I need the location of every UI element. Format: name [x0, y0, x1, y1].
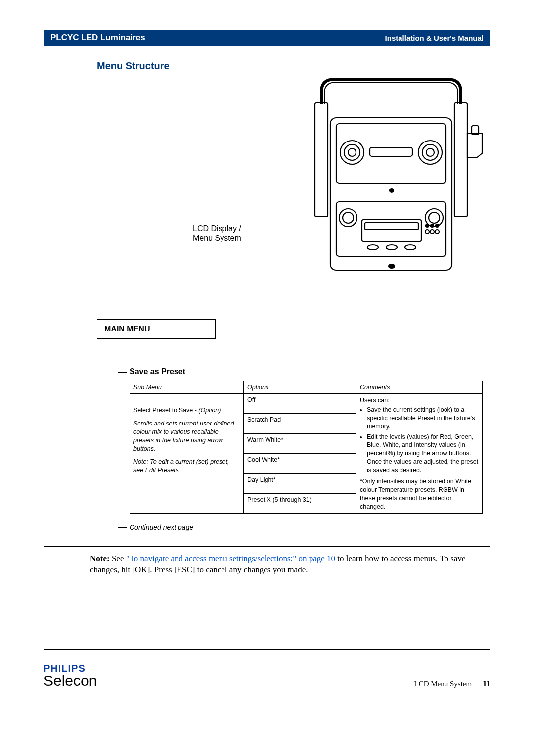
- comments-bullet: Edit the levels (values) for Red, Green,…: [367, 433, 479, 474]
- option-cell: Scratch Pad: [244, 414, 356, 433]
- svg-point-22: [425, 230, 429, 234]
- footer-right: LCD Menu System 11: [414, 679, 490, 689]
- main-menu-box: MAIN MENU: [97, 319, 216, 339]
- horizontal-rule: [44, 546, 490, 547]
- submenu-cell: Select Preset to Save - (Option) Scrolls…: [130, 394, 244, 514]
- note-link[interactable]: "To navigate and access menu settings/se…: [126, 554, 335, 563]
- svg-point-8: [422, 144, 438, 160]
- option-cell: Preset X (5 through 31): [244, 493, 356, 513]
- svg-point-25: [367, 245, 378, 250]
- svg-point-27: [405, 245, 416, 250]
- svg-point-14: [343, 212, 354, 223]
- comments-footnote: *Only intensities may be stored on White…: [360, 477, 479, 511]
- option-cell: Day Light*: [244, 473, 356, 493]
- tree-vertical-line: [118, 339, 118, 527]
- continued-next-page: Continued next page: [130, 523, 193, 531]
- svg-point-11: [390, 189, 394, 192]
- submenu-option-ital: (Option): [198, 407, 221, 414]
- brand-block: PHILIPS Selecon: [44, 663, 97, 688]
- option-cell: Warm White*: [244, 433, 356, 453]
- footer-rule: [138, 673, 490, 673]
- submenu-title: Save as Preset: [130, 367, 185, 376]
- svg-point-21: [436, 224, 439, 227]
- svg-point-24: [435, 230, 439, 234]
- note-pre: See: [110, 554, 126, 563]
- header-left-title: PLCYC LED Luminaires: [50, 33, 145, 43]
- section-title: Menu Structure: [97, 60, 170, 72]
- svg-rect-18: [365, 223, 418, 230]
- horizontal-rule: [44, 649, 490, 650]
- comments-intro: Users can:: [360, 396, 479, 405]
- table-row: Select Preset to Save - (Option) Scrolls…: [130, 394, 483, 414]
- svg-rect-0: [315, 103, 328, 217]
- header-right-title: Installation & User's Manual: [385, 34, 484, 42]
- svg-point-6: [348, 148, 356, 156]
- svg-rect-1: [454, 103, 467, 217]
- device-svg: [298, 74, 490, 287]
- svg-point-23: [430, 230, 434, 234]
- col-header-options: Options: [244, 381, 356, 394]
- svg-point-20: [431, 224, 434, 227]
- svg-point-9: [426, 148, 434, 156]
- option-cell: Off: [244, 394, 356, 414]
- option-cell: Cool White*: [244, 454, 356, 473]
- svg-rect-10: [370, 147, 412, 156]
- svg-point-28: [389, 264, 395, 268]
- svg-point-16: [429, 212, 440, 223]
- svg-point-19: [426, 224, 429, 227]
- lcd-label-line1: LCD Display /: [193, 224, 241, 234]
- svg-rect-3: [336, 124, 446, 183]
- comments-cell: Users can: Save the current settings (lo…: [356, 394, 483, 514]
- comments-bullet: Save the current settings (look) to a sp…: [367, 406, 479, 431]
- page-header-bar: PLCYC LED Luminaires Installation & User…: [44, 30, 490, 46]
- submenu-desc: Scrolls and sets current user-defined co…: [134, 420, 240, 453]
- lcd-label: LCD Display / Menu System: [193, 224, 241, 243]
- col-header-comments: Comments: [356, 381, 483, 394]
- note-label: Note:: [90, 554, 110, 563]
- menu-table: Sub Menu Options Comments Select Preset …: [130, 381, 483, 514]
- note-block: Note: See "To navigate and access menu s…: [90, 553, 490, 576]
- submenu-text: Select Preset to Save -: [134, 407, 198, 414]
- luminaire-illustration: [298, 74, 490, 287]
- page-number: 11: [483, 679, 490, 688]
- document-page: PLCYC LED Luminaires Installation & User…: [0, 0, 534, 756]
- footer-section: LCD Menu System: [414, 680, 472, 688]
- col-header-submenu: Sub Menu: [130, 381, 244, 394]
- lcd-label-line2: Menu System: [193, 234, 241, 243]
- svg-point-13: [339, 209, 357, 227]
- selecon-wordmark: Selecon: [44, 673, 97, 688]
- svg-point-26: [386, 245, 397, 250]
- svg-point-5: [344, 144, 360, 160]
- tree-branch-line: [118, 372, 127, 373]
- table-header-row: Sub Menu Options Comments: [130, 381, 483, 394]
- submenu-note: Note: To edit a current (set) preset, se…: [134, 458, 240, 474]
- tree-branch-line-2: [118, 527, 127, 528]
